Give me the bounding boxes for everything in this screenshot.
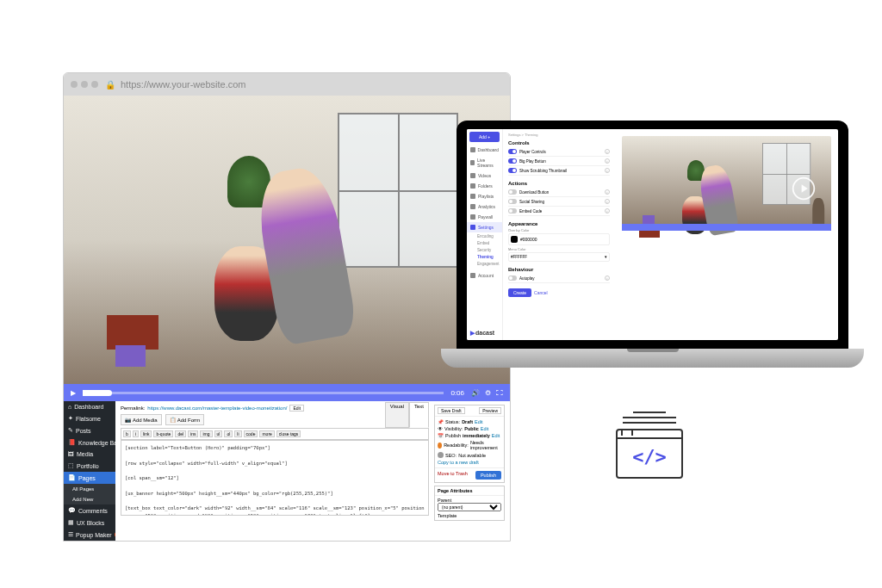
- toggle[interactable]: [508, 275, 517, 281]
- subnav-encoding[interactable]: Encoding: [477, 232, 502, 239]
- quicktag-li[interactable]: li: [234, 430, 241, 437]
- quicktag-ul[interactable]: ul: [214, 430, 223, 437]
- subnav-theming[interactable]: Theming: [477, 253, 502, 260]
- save-draft-button[interactable]: Save Draft: [438, 407, 465, 414]
- laptop-mockup: Add + DashboardLive StreamsVideosFolders…: [457, 121, 848, 368]
- text-tab[interactable]: Text: [409, 402, 429, 428]
- subnav-engagement[interactable]: Engagement: [477, 260, 502, 267]
- info-icon[interactable]: i: [605, 199, 610, 204]
- add-media-button[interactable]: 📷 Add Media: [121, 414, 162, 425]
- overlay-color-input[interactable]: #000000: [508, 233, 610, 245]
- info-icon[interactable]: i: [605, 189, 610, 195]
- toggle[interactable]: [508, 199, 517, 204]
- edit-visibility-link[interactable]: Edit: [481, 426, 488, 431]
- fullscreen-icon[interactable]: ⛶: [496, 389, 503, 397]
- info-icon[interactable]: i: [605, 158, 610, 164]
- edit-status-link[interactable]: Edit: [475, 419, 482, 424]
- nav-live-streams[interactable]: Live Streams: [467, 155, 502, 170]
- edit-schedule-link[interactable]: Edit: [492, 433, 500, 438]
- quicktag-b[interactable]: b: [123, 430, 131, 437]
- wp-nav-comments[interactable]: 💬Comments: [64, 504, 115, 517]
- wp-nav-posts[interactable]: ✎Posts: [64, 424, 115, 436]
- quicktag-ol[interactable]: ol: [224, 430, 233, 437]
- preview-play-button[interactable]: [792, 176, 815, 199]
- toggle[interactable]: [508, 189, 517, 195]
- toggle[interactable]: [508, 208, 517, 214]
- preview-controls[interactable]: [622, 224, 831, 231]
- nav-settings[interactable]: Settings: [467, 222, 502, 232]
- minimize-dot[interactable]: [81, 81, 88, 88]
- preview-video[interactable]: [622, 136, 831, 231]
- setting-autoplay: Autoplayi: [508, 274, 610, 283]
- progress-bar[interactable]: [83, 392, 444, 394]
- visual-tab[interactable]: Visual: [385, 402, 409, 428]
- close-dot[interactable]: [71, 81, 78, 88]
- parent-select[interactable]: (no parent): [438, 503, 501, 511]
- create-button[interactable]: Create: [508, 288, 531, 297]
- cancel-button[interactable]: Cancel: [534, 290, 548, 295]
- quicktag-b-quote[interactable]: b-quote: [153, 430, 173, 437]
- quicktag-code[interactable]: code: [244, 430, 258, 437]
- info-icon[interactable]: i: [605, 275, 610, 281]
- quicktag-del[interactable]: del: [175, 430, 186, 437]
- wp-admin-sidebar: ⌂Dashboard✦Flatsome✎Posts📕Knowledge Base…: [64, 401, 115, 541]
- quicktag-link[interactable]: link: [140, 430, 152, 437]
- dacast-dashboard: Add + DashboardLive StreamsVideosFolders…: [467, 129, 838, 340]
- video-control-bar[interactable]: ▶ 0:06 🔊 ⚙ ⛶: [64, 384, 510, 401]
- publish-button[interactable]: Publish: [475, 471, 501, 480]
- nav-dashboard[interactable]: Dashboard: [467, 145, 502, 155]
- dacast-logo: dacast: [467, 326, 502, 340]
- permalink-url[interactable]: https://www.dacast.com/master-template-v…: [147, 405, 287, 411]
- wp-nav-dashboard[interactable]: ⌂Dashboard: [64, 401, 115, 412]
- move-to-trash-link[interactable]: Move to Trash: [438, 471, 468, 480]
- wp-content-editor: Permalink: https://www.dacast.com/master…: [121, 405, 429, 537]
- window-traffic-lights[interactable]: [71, 81, 98, 88]
- add-button[interactable]: Add +: [469, 132, 500, 142]
- setting-show-scrubbing-thumbnail: Show Scrubbing Thumbnaili: [508, 166, 610, 176]
- nav-folders[interactable]: Folders: [467, 181, 502, 191]
- quicktag-more[interactable]: more: [259, 430, 274, 437]
- video-player[interactable]: [64, 96, 510, 384]
- info-icon[interactable]: i: [605, 208, 610, 214]
- nav-account[interactable]: Account: [467, 270, 502, 281]
- wp-nav-flatsome[interactable]: ✦Flatsome: [64, 412, 115, 424]
- code-textarea[interactable]: [section label="Text+Button (Hero)" padd…: [121, 440, 429, 516]
- wp-nav-media[interactable]: 🖼Media: [64, 449, 115, 460]
- wp-nav-knowledge-base[interactable]: 📕Knowledge Base: [64, 436, 115, 449]
- volume-icon[interactable]: 🔊: [471, 389, 480, 397]
- editor-mode-tabs: Visual Text: [385, 402, 429, 428]
- nav-videos[interactable]: Videos: [467, 170, 502, 181]
- toggle[interactable]: [508, 149, 517, 154]
- permalink-label: Permalink:: [121, 405, 145, 411]
- info-icon[interactable]: i: [605, 168, 610, 173]
- address-bar[interactable]: 🔒 https://www.your-website.com: [105, 79, 246, 90]
- subnav-security[interactable]: Security: [477, 246, 502, 253]
- wp-nav-add-new[interactable]: Add New: [64, 494, 115, 504]
- play-icon[interactable]: ▶: [71, 389, 76, 397]
- wp-nav-pages[interactable]: 📄Pages: [64, 472, 115, 484]
- wp-nav-all-pages[interactable]: All Pages: [64, 484, 115, 494]
- appearance-section: Appearance Overlay Color #000000 Menu Co…: [508, 221, 610, 262]
- nav-analytics[interactable]: Analytics: [467, 201, 502, 212]
- edit-permalink-button[interactable]: Edit: [289, 405, 304, 412]
- quicktag-close-tags[interactable]: close tags: [276, 430, 301, 437]
- maximize-dot[interactable]: [91, 81, 98, 88]
- wp-nav-ux-blocks[interactable]: ▦UX Blocks: [64, 517, 115, 529]
- embed-code-icon: </>: [616, 412, 683, 479]
- toggle[interactable]: [508, 158, 517, 164]
- info-icon[interactable]: i: [605, 149, 610, 154]
- wp-nav-popup-maker[interactable]: ☰Popup Maker1: [64, 529, 115, 541]
- settings-icon[interactable]: ⚙: [485, 389, 491, 397]
- quicktag-ins[interactable]: ins: [188, 430, 198, 437]
- quicktag-img[interactable]: img: [200, 430, 212, 437]
- wp-nav-portfolio[interactable]: ⬚Portfolio: [64, 460, 115, 472]
- add-form-button[interactable]: 📋 Add Form: [165, 414, 204, 425]
- menu-color-select[interactable]: #FFFFFF▾: [508, 252, 610, 262]
- preview-button[interactable]: Preview: [479, 407, 501, 414]
- toggle[interactable]: [508, 168, 517, 173]
- nav-playlists[interactable]: Playlists: [467, 191, 502, 201]
- copy-draft-link[interactable]: Copy to a new draft: [438, 460, 479, 465]
- quicktag-i[interactable]: i: [133, 430, 139, 437]
- subnav-embed[interactable]: Embed: [477, 239, 502, 246]
- nav-paywall[interactable]: Paywall: [467, 212, 502, 222]
